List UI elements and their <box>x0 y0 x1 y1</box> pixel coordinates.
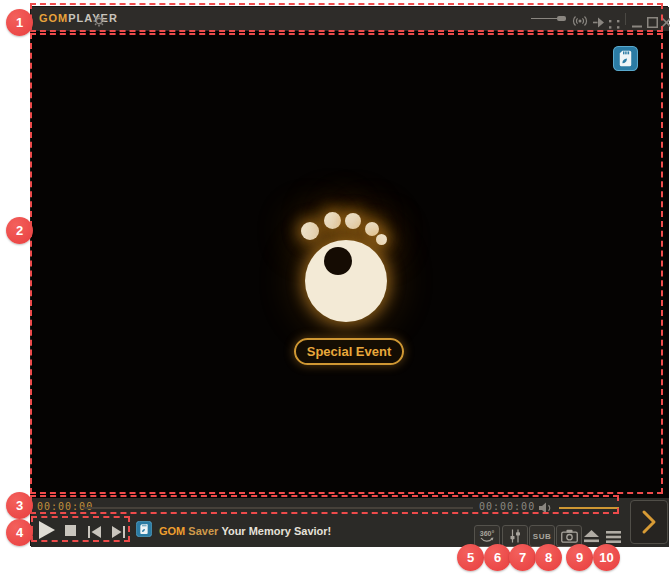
seek-bar[interactable] <box>83 507 473 509</box>
gom-saver-banner-text: GOM Saver Your Memory Savior! <box>159 525 331 537</box>
special-event-button[interactable]: Special Event <box>294 338 404 365</box>
stop-button[interactable] <box>65 525 76 536</box>
gom-logo-toe <box>376 234 387 245</box>
gom-saver-float-icon[interactable] <box>613 46 638 71</box>
play-button[interactable] <box>39 521 55 543</box>
pin-on-top-icon[interactable] <box>593 14 605 32</box>
annotation-marker-9: 9 <box>566 544 593 571</box>
subtitle-label: SUB <box>533 532 551 541</box>
snapshot-button[interactable] <box>556 525 582 547</box>
gom-logo-eye <box>324 247 352 275</box>
app-logo-gom: GOM <box>39 12 68 24</box>
camera-icon <box>561 529 578 543</box>
total-time: 00:00:00 <box>479 501 535 512</box>
special-event-label: Special Event <box>307 344 392 359</box>
title-bar: GOMPLAYER <box>31 7 669 31</box>
eject-button[interactable] <box>584 529 599 547</box>
volume-slider[interactable] <box>559 507 619 509</box>
gom-saver-banner-icon <box>136 521 152 541</box>
annotation-marker-6: 6 <box>484 544 511 571</box>
titlebar-mini-slider[interactable] <box>531 16 567 22</box>
gom-logo-toe <box>324 212 341 229</box>
control-panel-button[interactable] <box>502 525 528 547</box>
banner-brand-saver: Saver <box>188 525 218 537</box>
annotation-marker-8: 8 <box>535 544 562 571</box>
next-button[interactable] <box>112 524 125 542</box>
banner-message: Your Memory Savior! <box>221 525 331 537</box>
subtitle-button[interactable]: SUB <box>529 525 555 547</box>
minimize-button[interactable] <box>632 14 642 32</box>
video-display-area[interactable]: Special Event <box>31 31 669 498</box>
vr-360-arrow-icon <box>480 537 494 543</box>
gom-player-window: GOMPLAYER <box>30 6 668 546</box>
maximize-button[interactable] <box>647 14 658 32</box>
chevron-right-icon <box>641 509 657 535</box>
broadcast-icon[interactable] <box>572 13 588 31</box>
vr-360-button[interactable]: 360° <box>474 525 500 547</box>
vr-360-label: 360° <box>480 530 494 537</box>
mini-slider-handle[interactable] <box>557 16 566 21</box>
sliders-icon <box>507 529 523 543</box>
banner-brand-gom: GOM <box>159 525 185 537</box>
annotation-marker-3: 3 <box>6 492 33 519</box>
mini-slider-track <box>531 18 559 19</box>
close-button[interactable] <box>661 14 670 32</box>
annotation-marker-10: 10 <box>593 544 620 571</box>
annotation-marker-1: 1 <box>6 9 33 36</box>
annotation-marker-5: 5 <box>457 544 484 571</box>
annotated-screenshot: GOMPLAYER <box>0 0 670 574</box>
gom-logo-toe <box>301 222 319 240</box>
open-playlist-button[interactable] <box>630 500 668 544</box>
settings-gear-icon[interactable] <box>93 13 105 31</box>
app-logo: GOMPLAYER <box>39 12 118 24</box>
menu-button[interactable] <box>606 529 621 547</box>
annotation-marker-7: 7 <box>509 544 536 571</box>
titlebar-divider <box>625 13 626 25</box>
gom-saver-banner[interactable]: GOM Saver Your Memory Savior! <box>136 520 331 542</box>
annotation-marker-2: 2 <box>6 217 33 244</box>
annotation-marker-4: 4 <box>6 519 33 546</box>
previous-button[interactable] <box>88 524 101 542</box>
gom-logo-toe <box>365 222 379 236</box>
control-bar: 00:00:00 00:00:00 GOM <box>31 498 669 547</box>
gom-logo-toe <box>345 213 361 229</box>
speaker-icon[interactable] <box>539 500 554 518</box>
